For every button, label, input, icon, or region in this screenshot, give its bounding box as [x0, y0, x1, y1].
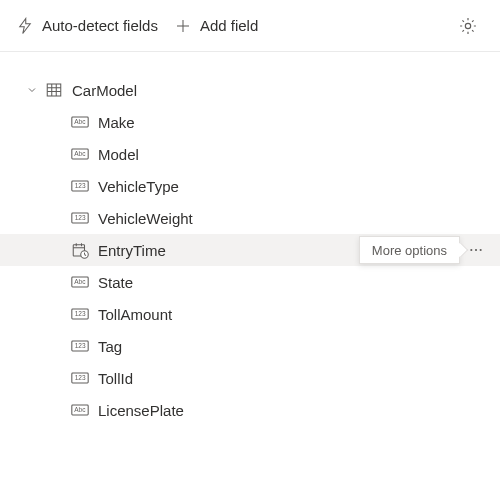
add-field-label: Add field: [200, 17, 258, 34]
field-name-label: TollAmount: [98, 306, 172, 323]
plus-icon: [174, 17, 192, 35]
number-type-icon: 123: [70, 179, 90, 193]
auto-detect-fields-button[interactable]: Auto-detect fields: [16, 17, 158, 35]
svg-text:123: 123: [75, 182, 86, 189]
more-options-tooltip: More options: [359, 236, 460, 264]
svg-rect-3: [47, 84, 61, 96]
svg-text:Abc: Abc: [74, 150, 86, 157]
table-name-label: CarModel: [72, 82, 137, 99]
field-name-label: VehicleWeight: [98, 210, 193, 227]
field-name-label: VehicleType: [98, 178, 179, 195]
number-type-icon: 123: [70, 339, 90, 353]
toolbar: Auto-detect fields Add field: [0, 0, 500, 52]
field-row[interactable]: 123 Tag: [0, 330, 500, 362]
field-row[interactable]: 123 TollId: [0, 362, 500, 394]
field-row[interactable]: Abc Make: [0, 106, 500, 138]
add-field-button[interactable]: Add field: [174, 17, 258, 35]
tooltip-label: More options: [372, 243, 447, 258]
svg-point-24: [475, 249, 477, 251]
svg-text:123: 123: [75, 374, 86, 381]
svg-text:123: 123: [75, 342, 86, 349]
field-row[interactable]: EntryTimeMore options: [0, 234, 500, 266]
chevron-down-icon: [24, 84, 40, 96]
field-name-label: TollId: [98, 370, 133, 387]
field-name-label: LicensePlate: [98, 402, 184, 419]
table-icon: [44, 81, 64, 99]
field-name-label: State: [98, 274, 133, 291]
number-type-icon: 123: [70, 211, 90, 225]
fields-panel: Auto-detect fields Add field: [0, 0, 500, 503]
field-row[interactable]: 123 TollAmount: [0, 298, 500, 330]
svg-text:123: 123: [75, 310, 86, 317]
number-type-icon: 123: [70, 307, 90, 321]
settings-button[interactable]: [452, 10, 484, 42]
text-type-icon: Abc: [70, 403, 90, 417]
field-row[interactable]: Abc State: [0, 266, 500, 298]
svg-text:123: 123: [75, 214, 86, 221]
auto-detect-fields-label: Auto-detect fields: [42, 17, 158, 34]
field-name-label: Make: [98, 114, 135, 131]
datetime-type-icon: [70, 241, 90, 259]
table-node[interactable]: CarModel: [0, 74, 500, 106]
flash-icon: [16, 17, 34, 35]
field-row[interactable]: 123 VehicleType: [0, 170, 500, 202]
svg-point-23: [470, 249, 472, 251]
svg-point-2: [465, 23, 470, 28]
ellipsis-icon: [468, 242, 484, 258]
fields-tree: CarModel Abc Make Abc Model 123 VehicleT…: [0, 52, 500, 436]
text-type-icon: Abc: [70, 147, 90, 161]
svg-point-25: [480, 249, 482, 251]
field-row[interactable]: Abc LicensePlate: [0, 394, 500, 426]
number-type-icon: 123: [70, 371, 90, 385]
text-type-icon: Abc: [70, 275, 90, 289]
field-row[interactable]: 123 VehicleWeight: [0, 202, 500, 234]
gear-icon: [458, 16, 478, 36]
field-name-label: Model: [98, 146, 139, 163]
text-type-icon: Abc: [70, 115, 90, 129]
svg-text:Abc: Abc: [74, 278, 86, 285]
svg-text:Abc: Abc: [74, 118, 86, 125]
field-name-label: Tag: [98, 338, 122, 355]
field-row[interactable]: Abc Model: [0, 138, 500, 170]
svg-text:Abc: Abc: [74, 406, 86, 413]
field-name-label: EntryTime: [98, 242, 166, 259]
